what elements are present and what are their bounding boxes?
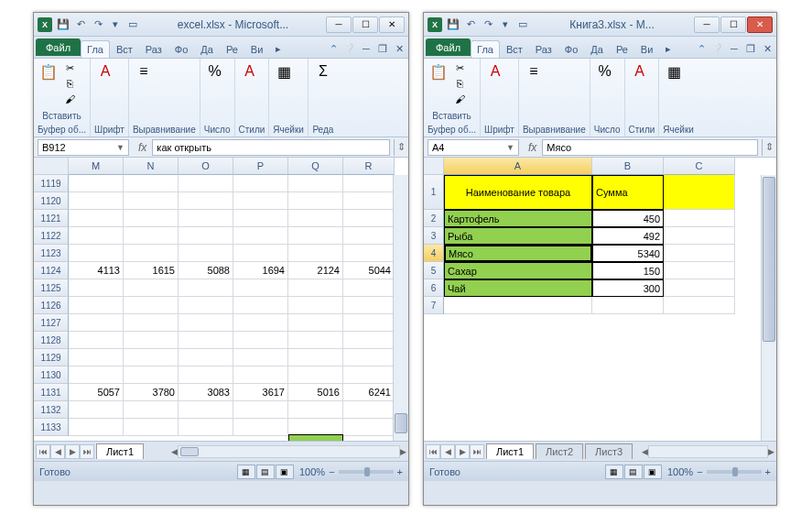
minimize-button[interactable]: ─ xyxy=(326,16,352,33)
tab-more[interactable]: ▸ xyxy=(269,39,287,58)
name-box[interactable]: B912▼ xyxy=(38,139,129,156)
tab-insert[interactable]: Вст xyxy=(500,40,529,58)
copy-icon[interactable]: ⎘ xyxy=(451,76,468,91)
row-header[interactable]: 1128 xyxy=(34,332,69,349)
tab-view[interactable]: Ви xyxy=(634,40,659,58)
row-header[interactable]: 6 xyxy=(424,279,444,297)
cell[interactable]: 3083 xyxy=(179,384,233,401)
cell[interactable]: 5016 xyxy=(288,384,343,401)
align-icon[interactable]: ≡ xyxy=(133,60,155,82)
col-header[interactable]: R xyxy=(343,158,395,175)
undo-icon[interactable]: ↶ xyxy=(73,17,88,32)
cell[interactable]: 1694 xyxy=(233,262,288,279)
name-box-dropdown-icon[interactable]: ▼ xyxy=(116,143,125,152)
help-icon[interactable]: ❔ xyxy=(342,41,357,56)
sheet-next-icon[interactable]: ▶ xyxy=(65,444,80,459)
cell[interactable]: 5088 xyxy=(179,262,233,279)
paste-icon[interactable]: 📋 xyxy=(38,60,60,82)
row-header[interactable]: 1121 xyxy=(34,210,69,227)
qat-new-icon[interactable]: ▭ xyxy=(515,17,530,32)
cell-selected[interactable]: Мясо xyxy=(444,245,592,262)
align-icon[interactable]: ≡ xyxy=(523,60,545,82)
help-icon[interactable]: ❔ xyxy=(710,41,725,56)
cell[interactable]: 3780 xyxy=(124,384,179,401)
row-header[interactable]: 1126 xyxy=(34,297,69,314)
sheet-first-icon[interactable]: ⏮ xyxy=(36,444,50,459)
doc-close-icon[interactable]: ✕ xyxy=(760,41,774,56)
cell-header[interactable]: Наименование товара xyxy=(444,175,592,210)
tab-file[interactable]: Файл xyxy=(426,38,471,56)
sheet-tab[interactable]: Лист3 xyxy=(585,443,633,459)
row-header[interactable]: 1127 xyxy=(34,314,69,332)
cell[interactable] xyxy=(664,175,735,210)
tab-layout[interactable]: Раз xyxy=(529,40,558,58)
tab-insert[interactable]: Вст xyxy=(110,40,139,58)
formula-expand-icon[interactable]: ⇕ xyxy=(394,139,408,156)
sheet-tab[interactable]: Лист1 xyxy=(486,443,534,459)
tab-layout[interactable]: Раз xyxy=(139,40,168,58)
row-header[interactable]: 1131 xyxy=(34,384,69,401)
styles-icon[interactable]: A xyxy=(629,60,651,82)
tab-review[interactable]: Ре xyxy=(610,40,634,58)
cells-area[interactable]: Наименование товара Сумма Картофель450 Р… xyxy=(444,175,735,314)
hscroll-right-icon[interactable]: ▶ xyxy=(400,447,406,456)
col-header[interactable]: A xyxy=(444,158,592,175)
zoom-control[interactable]: 100% − + xyxy=(299,466,403,477)
cell[interactable]: 450 xyxy=(592,210,664,227)
tab-data[interactable]: Да xyxy=(584,40,610,58)
copy-icon[interactable]: ⎘ xyxy=(61,76,78,91)
row-header[interactable]: 1132 xyxy=(34,401,69,419)
row-header[interactable]: 4 xyxy=(424,245,444,262)
tab-formulas[interactable]: Фо xyxy=(168,40,194,58)
cell[interactable]: 492 xyxy=(592,227,664,245)
col-header[interactable]: C xyxy=(664,158,735,175)
sheet-last-icon[interactable]: ⏭ xyxy=(470,444,484,459)
row-header[interactable]: 1133 xyxy=(34,419,69,436)
qat-dropdown-icon[interactable]: ▾ xyxy=(108,17,123,32)
cell[interactable]: 3617 xyxy=(233,384,288,401)
zoom-slider[interactable] xyxy=(707,470,762,474)
row-header[interactable]: 5 xyxy=(424,262,444,279)
vertical-scrollbar[interactable] xyxy=(761,175,776,441)
sheet-tab[interactable]: Лист2 xyxy=(536,443,583,459)
select-all-corner[interactable] xyxy=(424,158,444,175)
col-header[interactable]: O xyxy=(179,158,233,175)
cells-icon[interactable]: ▦ xyxy=(273,60,295,82)
col-header[interactable]: N xyxy=(124,158,179,175)
spreadsheet-grid[interactable]: A B C 1 2 3 4 5 6 7 Наименование товара … xyxy=(424,158,776,441)
hscroll-left-icon[interactable]: ◀ xyxy=(642,447,648,456)
ribbon-minimize-icon[interactable]: ⌃ xyxy=(326,41,341,56)
cell[interactable]: 5057 xyxy=(69,384,124,401)
name-box-dropdown-icon[interactable]: ▼ xyxy=(506,143,514,152)
qat-dropdown-icon[interactable]: ▾ xyxy=(498,17,513,32)
cell[interactable]: Сахар xyxy=(444,262,592,279)
row-header[interactable]: 1130 xyxy=(34,366,69,384)
view-normal-icon[interactable]: ▦ xyxy=(605,465,623,479)
undo-icon[interactable]: ↶ xyxy=(463,17,478,32)
save-icon[interactable]: 💾 xyxy=(446,17,460,32)
format-painter-icon[interactable]: 🖌 xyxy=(61,92,78,106)
formula-expand-icon[interactable]: ⇕ xyxy=(762,139,776,156)
sheet-prev-icon[interactable]: ◀ xyxy=(440,444,455,459)
sheet-next-icon[interactable]: ▶ xyxy=(455,444,470,459)
row-header[interactable]: 1124 xyxy=(34,262,69,279)
cells-area[interactable]: 411316155088169421245044 505737803083361… xyxy=(69,175,395,436)
sheet-first-icon[interactable]: ⏮ xyxy=(426,444,440,459)
formula-input[interactable]: как открыть xyxy=(152,139,390,156)
view-break-icon[interactable]: ▣ xyxy=(276,465,294,479)
hscroll-right-icon[interactable]: ▶ xyxy=(768,447,774,456)
cell[interactable]: 300 xyxy=(592,279,664,297)
hscroll-left-icon[interactable]: ◀ xyxy=(171,447,178,456)
row-header[interactable]: 1129 xyxy=(34,349,69,366)
doc-minimize-icon[interactable]: ─ xyxy=(359,41,374,56)
doc-restore-icon[interactable]: ❐ xyxy=(743,41,758,56)
qat-new-icon[interactable]: ▭ xyxy=(125,17,140,32)
zoom-out-icon[interactable]: − xyxy=(329,466,334,477)
zoom-slider[interactable] xyxy=(339,470,394,474)
redo-icon[interactable]: ↷ xyxy=(481,17,495,32)
font-icon[interactable]: A xyxy=(94,60,116,82)
view-normal-icon[interactable]: ▦ xyxy=(237,465,255,479)
sheet-tab[interactable]: Лист1 xyxy=(96,443,144,459)
minimize-button[interactable]: ─ xyxy=(694,16,720,33)
doc-restore-icon[interactable]: ❐ xyxy=(375,41,390,56)
